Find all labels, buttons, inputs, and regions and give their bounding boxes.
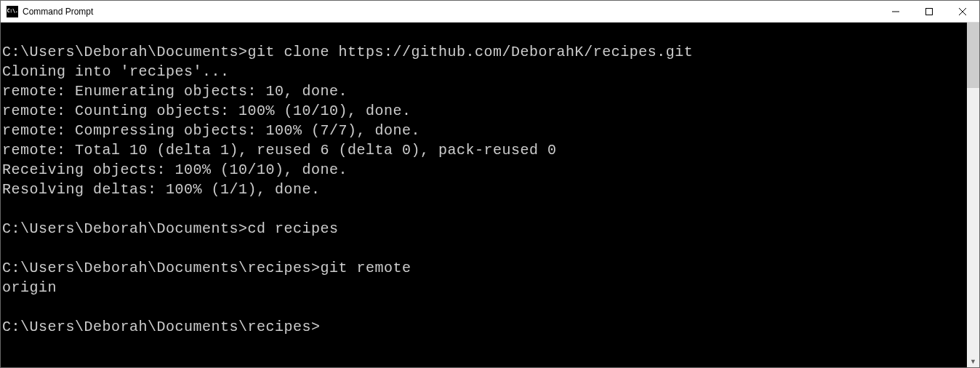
terminal-line: remote: Total 10 (delta 1), reused 6 (de… xyxy=(2,140,967,160)
cmd-icon: C:\. xyxy=(7,6,18,17)
titlebar[interactable]: C:\. Command Prompt xyxy=(1,1,979,23)
terminal-line: C:\Users\Deborah\Documents>cd recipes xyxy=(2,219,967,239)
terminal-line: remote: Enumerating objects: 10, done. xyxy=(2,81,967,101)
terminal-line: remote: Compressing objects: 100% (7/7),… xyxy=(2,121,967,140)
terminal-line: origin xyxy=(2,278,967,297)
maximize-button[interactable] xyxy=(912,1,946,22)
svg-rect-1 xyxy=(926,8,933,15)
terminal-line: C:\Users\Deborah\Documents\recipes> xyxy=(2,317,967,337)
scroll-down-button[interactable]: ▼ xyxy=(967,355,979,367)
close-button[interactable] xyxy=(946,1,979,22)
scrollbar-thumb[interactable] xyxy=(967,23,979,88)
window-controls xyxy=(879,1,979,22)
terminal-line xyxy=(2,239,967,258)
terminal-area: C:\Users\Deborah\Documents>git clone htt… xyxy=(1,23,979,367)
close-icon xyxy=(959,8,966,15)
terminal-line: remote: Counting objects: 100% (10/10), … xyxy=(2,101,967,121)
cmd-icon-text: C:\. xyxy=(7,9,18,14)
minimize-icon xyxy=(892,8,899,15)
terminal-line xyxy=(2,297,967,317)
terminal-line: C:\Users\Deborah\Documents>git clone htt… xyxy=(2,42,967,62)
terminal-line: C:\Users\Deborah\Documents\recipes>git r… xyxy=(2,258,967,278)
terminal-line xyxy=(2,199,967,219)
scrollbar[interactable]: ▲ ▼ xyxy=(967,23,979,367)
terminal-line: Cloning into 'recipes'... xyxy=(2,62,967,81)
terminal-line: Resolving deltas: 100% (1/1), done. xyxy=(2,180,967,199)
minimize-button[interactable] xyxy=(879,1,912,22)
terminal-output[interactable]: C:\Users\Deborah\Documents>git clone htt… xyxy=(1,23,967,367)
terminal-line xyxy=(2,23,967,42)
window: C:\. Command Prompt C:\Users\Deborah\Doc… xyxy=(0,0,980,368)
window-title: Command Prompt xyxy=(23,7,879,17)
terminal-line: Receiving objects: 100% (10/10), done. xyxy=(2,160,967,180)
maximize-icon xyxy=(925,8,933,15)
